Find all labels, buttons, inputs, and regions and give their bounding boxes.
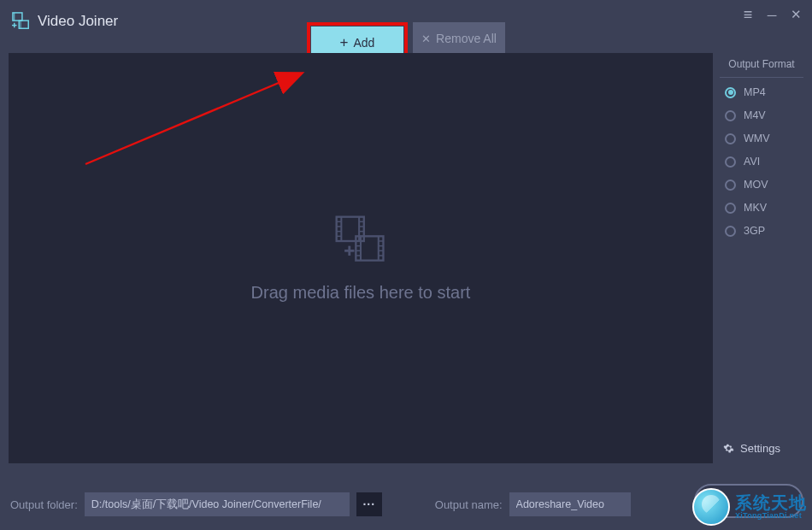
- app-title: Video Joiner: [38, 13, 118, 30]
- dropzone-hint: Drag media files here to start: [251, 283, 471, 303]
- format-label: 3GP: [744, 225, 765, 237]
- format-label: MOV: [744, 179, 768, 191]
- output-format-header: Output Format: [720, 53, 803, 78]
- logo-icon: [12, 12, 31, 31]
- watermark-en: XiTongTianDi.net: [735, 512, 807, 520]
- settings-link[interactable]: Settings: [720, 437, 803, 463]
- radio-icon: [725, 203, 736, 214]
- bottom-bar: Output folder: ··· Output name:: [0, 479, 812, 530]
- format-label: MP4: [744, 86, 766, 98]
- add-button-label: Add: [354, 36, 375, 50]
- output-folder-input[interactable]: [85, 492, 350, 516]
- remove-all-label: Remove All: [436, 32, 497, 45]
- format-option-avi[interactable]: AVI: [725, 156, 803, 168]
- watermark-cn: 系统天地: [735, 494, 807, 512]
- plus-icon: +: [340, 34, 349, 51]
- radio-icon: [725, 180, 736, 191]
- watermark-globe-icon: [692, 488, 730, 526]
- watermark: 系统天地 XiTongTianDi.net: [692, 488, 807, 526]
- browse-folder-button[interactable]: ···: [356, 492, 382, 516]
- close-button[interactable]: ✕: [788, 7, 803, 22]
- radio-icon: [725, 110, 736, 121]
- format-option-mkv[interactable]: MKV: [725, 202, 803, 214]
- minimize-button[interactable]: ─: [764, 7, 780, 22]
- media-drop-area[interactable]: Drag media files here to start: [9, 53, 713, 463]
- format-option-mov[interactable]: MOV: [725, 179, 803, 191]
- radio-icon: [725, 87, 736, 98]
- x-icon: ✕: [421, 32, 431, 45]
- format-label: M4V: [744, 109, 766, 121]
- radio-icon: [725, 156, 736, 168]
- output-format-panel: Output Format MP4 M4V WMV AVI MOV MKV 3G…: [720, 53, 803, 463]
- format-radio-group: MP4 M4V WMV AVI MOV MKV 3GP: [720, 86, 803, 237]
- format-option-mp4[interactable]: MP4: [725, 86, 803, 98]
- settings-label: Settings: [740, 442, 780, 455]
- format-option-m4v[interactable]: M4V: [725, 109, 803, 121]
- gear-icon: [723, 443, 734, 454]
- output-name-input[interactable]: [509, 492, 631, 516]
- format-label: WMV: [744, 132, 770, 144]
- format-label: AVI: [744, 156, 760, 168]
- hamburger-menu-icon[interactable]: ≡: [740, 7, 756, 22]
- radio-icon: [725, 226, 736, 237]
- app-logo: Video Joiner: [12, 12, 118, 31]
- remove-all-button[interactable]: ✕ Remove All: [413, 22, 505, 55]
- format-option-3gp[interactable]: 3GP: [725, 225, 803, 237]
- filmstrip-plus-icon: [332, 215, 390, 268]
- output-folder-label: Output folder:: [10, 498, 78, 511]
- output-name-label: Output name:: [435, 498, 503, 511]
- format-label: MKV: [744, 202, 767, 214]
- format-option-wmv[interactable]: WMV: [725, 132, 803, 144]
- radio-icon: [725, 133, 736, 144]
